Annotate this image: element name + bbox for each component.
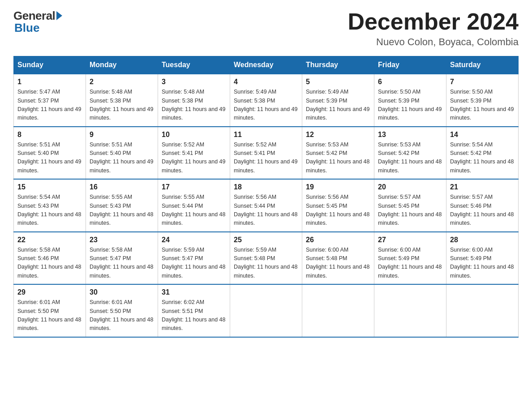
daylight-label: Daylight: 11 hours and 48 minutes.	[378, 211, 442, 226]
day-number: 26	[306, 236, 370, 244]
sunrise-label: Sunrise: 5:59 AM	[234, 247, 276, 253]
sunset-label: Sunset: 5:45 PM	[378, 203, 419, 209]
table-row: 8 Sunrise: 5:51 AM Sunset: 5:40 PM Dayli…	[14, 127, 86, 180]
daylight-label: Daylight: 11 hours and 48 minutes.	[162, 264, 225, 278]
header-row: SundayMondayTuesdayWednesdayThursdayFrid…	[14, 56, 519, 74]
sunrise-label: Sunrise: 6:00 AM	[306, 247, 348, 253]
day-info: Sunrise: 6:00 AM Sunset: 5:49 PM Dayligh…	[450, 246, 515, 281]
daylight-label: Daylight: 11 hours and 48 minutes.	[162, 317, 225, 331]
sunset-label: Sunset: 5:41 PM	[234, 150, 275, 156]
day-number: 11	[234, 131, 298, 139]
day-number: 4	[234, 78, 298, 86]
day-number: 14	[450, 131, 515, 139]
daylight-label: Daylight: 11 hours and 48 minutes.	[17, 317, 81, 331]
table-row: 3 Sunrise: 5:48 AM Sunset: 5:38 PM Dayli…	[158, 74, 230, 127]
col-header-thursday: Thursday	[302, 56, 374, 74]
day-info: Sunrise: 5:57 AM Sunset: 5:46 PM Dayligh…	[450, 193, 515, 228]
sunrise-label: Sunrise: 5:57 AM	[450, 194, 493, 200]
sunrise-label: Sunrise: 5:56 AM	[234, 194, 276, 200]
logo-arrow-icon	[56, 11, 62, 20]
sunrise-label: Sunrise: 6:01 AM	[90, 299, 132, 305]
daylight-label: Daylight: 11 hours and 49 minutes.	[90, 106, 153, 121]
day-number: 25	[234, 236, 298, 244]
day-info: Sunrise: 5:58 AM Sunset: 5:47 PM Dayligh…	[90, 246, 154, 281]
sunset-label: Sunset: 5:44 PM	[234, 203, 275, 209]
day-number: 10	[162, 131, 226, 139]
table-row: 5 Sunrise: 5:49 AM Sunset: 5:39 PM Dayli…	[302, 74, 374, 127]
sunset-label: Sunset: 5:47 PM	[90, 255, 131, 261]
day-number: 3	[162, 78, 226, 86]
daylight-label: Daylight: 11 hours and 48 minutes.	[450, 211, 514, 226]
sunset-label: Sunset: 5:48 PM	[234, 255, 275, 261]
sunrise-label: Sunrise: 5:52 AM	[162, 141, 204, 148]
week-row-3: 15 Sunrise: 5:54 AM Sunset: 5:43 PM Dayl…	[14, 179, 519, 232]
daylight-label: Daylight: 11 hours and 48 minutes.	[90, 264, 153, 278]
table-row: 4 Sunrise: 5:49 AM Sunset: 5:38 PM Dayli…	[230, 74, 302, 127]
sunset-label: Sunset: 5:38 PM	[234, 98, 275, 104]
day-info: Sunrise: 5:53 AM Sunset: 5:42 PM Dayligh…	[378, 141, 442, 176]
sunset-label: Sunset: 5:40 PM	[17, 150, 59, 156]
col-header-saturday: Saturday	[446, 56, 519, 74]
day-number: 8	[17, 131, 82, 139]
daylight-label: Daylight: 11 hours and 49 minutes.	[378, 106, 442, 121]
sunset-label: Sunset: 5:38 PM	[162, 98, 203, 104]
sunset-label: Sunset: 5:44 PM	[162, 203, 203, 209]
daylight-label: Daylight: 11 hours and 49 minutes.	[234, 106, 297, 121]
sunset-label: Sunset: 5:49 PM	[450, 255, 491, 261]
daylight-label: Daylight: 11 hours and 48 minutes.	[378, 264, 442, 278]
sunset-label: Sunset: 5:45 PM	[306, 203, 347, 209]
daylight-label: Daylight: 11 hours and 48 minutes.	[234, 264, 297, 278]
daylight-label: Daylight: 11 hours and 49 minutes.	[450, 106, 514, 121]
sunrise-label: Sunrise: 5:58 AM	[17, 247, 60, 253]
day-number: 5	[306, 78, 370, 86]
sunrise-label: Sunrise: 5:58 AM	[90, 247, 132, 253]
col-header-wednesday: Wednesday	[230, 56, 302, 74]
sunrise-label: Sunrise: 5:49 AM	[234, 89, 276, 95]
sunrise-label: Sunrise: 5:54 AM	[450, 141, 493, 148]
day-info: Sunrise: 6:02 AM Sunset: 5:51 PM Dayligh…	[162, 298, 226, 333]
table-row: 21 Sunrise: 5:57 AM Sunset: 5:46 PM Dayl…	[446, 179, 519, 232]
sunrise-label: Sunrise: 5:59 AM	[162, 247, 204, 253]
location-title: Nuevo Colon, Boyaca, Colombia	[348, 36, 519, 48]
table-row: 14 Sunrise: 5:54 AM Sunset: 5:42 PM Dayl…	[446, 127, 519, 180]
sunrise-label: Sunrise: 5:48 AM	[162, 89, 204, 95]
sunset-label: Sunset: 5:43 PM	[90, 203, 131, 209]
day-info: Sunrise: 5:54 AM Sunset: 5:43 PM Dayligh…	[17, 193, 82, 228]
day-number: 30	[90, 288, 154, 296]
sunset-label: Sunset: 5:48 PM	[306, 255, 347, 261]
day-info: Sunrise: 5:53 AM Sunset: 5:42 PM Dayligh…	[306, 141, 370, 176]
day-info: Sunrise: 5:50 AM Sunset: 5:39 PM Dayligh…	[378, 88, 442, 123]
day-info: Sunrise: 5:58 AM Sunset: 5:46 PM Dayligh…	[17, 246, 82, 281]
day-number: 28	[450, 236, 515, 244]
sunset-label: Sunset: 5:41 PM	[162, 150, 203, 156]
table-row	[302, 284, 374, 337]
sunrise-label: Sunrise: 5:49 AM	[306, 89, 348, 95]
day-number: 12	[306, 131, 370, 139]
table-row: 31 Sunrise: 6:02 AM Sunset: 5:51 PM Dayl…	[158, 284, 230, 337]
day-number: 23	[90, 236, 154, 244]
logo: General Blue	[13, 9, 62, 35]
col-header-sunday: Sunday	[14, 56, 86, 74]
day-number: 15	[17, 183, 82, 191]
table-row: 25 Sunrise: 5:59 AM Sunset: 5:48 PM Dayl…	[230, 232, 302, 285]
day-info: Sunrise: 6:00 AM Sunset: 5:49 PM Dayligh…	[378, 246, 442, 281]
day-info: Sunrise: 5:49 AM Sunset: 5:39 PM Dayligh…	[306, 88, 370, 123]
daylight-label: Daylight: 11 hours and 48 minutes.	[90, 211, 153, 226]
day-number: 24	[162, 236, 226, 244]
table-row: 23 Sunrise: 5:58 AM Sunset: 5:47 PM Dayl…	[86, 232, 158, 285]
sunset-label: Sunset: 5:46 PM	[450, 203, 491, 209]
col-header-friday: Friday	[374, 56, 446, 74]
daylight-label: Daylight: 11 hours and 48 minutes.	[90, 317, 153, 331]
day-info: Sunrise: 5:51 AM Sunset: 5:40 PM Dayligh…	[90, 141, 154, 176]
daylight-label: Daylight: 11 hours and 49 minutes.	[17, 158, 81, 173]
day-number: 19	[306, 183, 370, 191]
week-row-4: 22 Sunrise: 5:58 AM Sunset: 5:46 PM Dayl…	[14, 232, 519, 285]
table-row: 12 Sunrise: 5:53 AM Sunset: 5:42 PM Dayl…	[302, 127, 374, 180]
header: General Blue December 2024 Nuevo Colon, …	[13, 9, 519, 48]
daylight-label: Daylight: 11 hours and 49 minutes.	[162, 158, 225, 173]
table-row: 7 Sunrise: 5:50 AM Sunset: 5:39 PM Dayli…	[446, 74, 519, 127]
day-number: 22	[17, 236, 82, 244]
table-row: 29 Sunrise: 6:01 AM Sunset: 5:50 PM Dayl…	[14, 284, 86, 337]
day-info: Sunrise: 6:01 AM Sunset: 5:50 PM Dayligh…	[90, 298, 154, 333]
sunset-label: Sunset: 5:42 PM	[378, 150, 419, 156]
